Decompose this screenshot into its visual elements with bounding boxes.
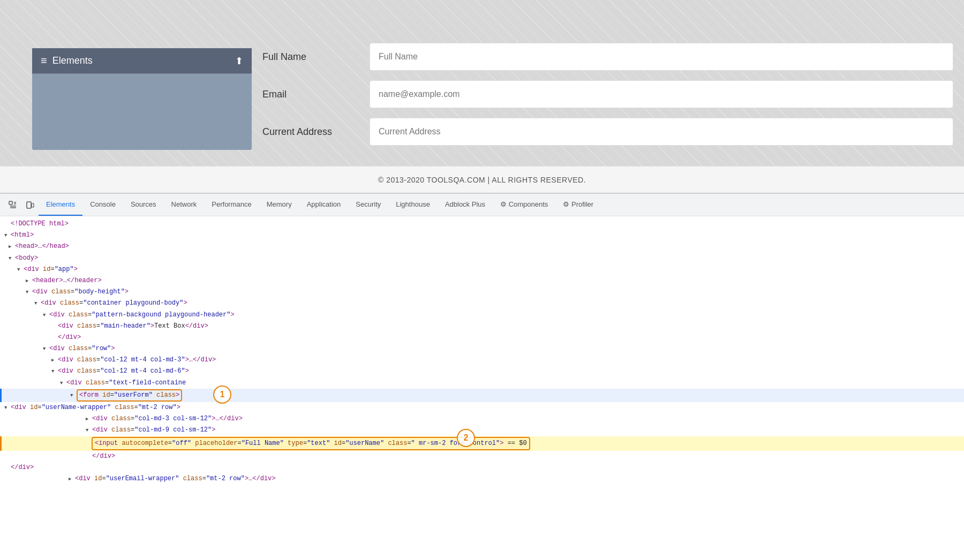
tab-performance[interactable]: Performance	[204, 194, 259, 216]
code-line-div-col-md3: <div class="col-md-3 col-sm-12">…</div>	[0, 413, 964, 425]
tab-profiler-label: ⚙ Profiler	[563, 200, 593, 208]
inspect-icon[interactable]	[4, 194, 21, 216]
tab-memory[interactable]: Memory	[259, 194, 299, 216]
code-line-html: <html>	[0, 230, 964, 241]
callout-2-badge: 2	[457, 429, 475, 447]
website-preview: ≡ Elements ⬆ Full Name Email Current Add…	[0, 0, 964, 193]
code-line-div-col1: <div class="col-12 mt-4 col-md-3">…</div…	[0, 354, 964, 366]
devtools-toolbar: Elements Console Sources Network Perform…	[0, 194, 964, 216]
tab-network[interactable]: Network	[164, 194, 205, 216]
device-icon[interactable]	[21, 194, 39, 216]
elements-panel-title: Elements	[52, 55, 93, 66]
address-label: Current Address	[262, 126, 370, 138]
tab-profiler[interactable]: ⚙ Profiler	[555, 194, 601, 216]
tab-sources-label: Sources	[131, 200, 156, 208]
copyright-text: © 2013-2020 TOOLSQA.COM | ALL RIGHTS RES…	[378, 176, 586, 184]
callout-1-badge: 1	[213, 385, 231, 404]
tab-security[interactable]: Security	[348, 194, 388, 216]
tab-network-label: Network	[171, 200, 197, 208]
code-line-div-body-height: <div class="body-height">	[0, 286, 964, 298]
form-fields: Full Name Email Current Address	[262, 43, 953, 155]
tab-elements[interactable]: Elements	[39, 194, 82, 216]
code-line-div-container: <div class="container playgound-body">	[0, 298, 964, 309]
code-line-doctype: ▶<!DOCTYPE html>	[0, 218, 964, 230]
form-row-email: Email	[262, 80, 953, 108]
code-line-div-username-wrapper: <div id="userName-wrapper" class="mt-2 r…	[0, 402, 964, 413]
tab-console[interactable]: Console	[82, 194, 123, 216]
hamburger-icon: ≡	[41, 55, 47, 67]
elements-panel-body	[32, 74, 252, 150]
email-label: Email	[262, 89, 370, 100]
form-row-address: Current Address	[262, 118, 953, 146]
svg-rect-0	[9, 201, 12, 205]
tab-elements-label: Elements	[46, 200, 75, 208]
fullname-label: Full Name	[262, 51, 370, 63]
fullname-input[interactable]	[370, 43, 953, 71]
code-line-div-row: <div class="row">	[0, 343, 964, 354]
devtools-panel: Elements Console Sources Network Perform…	[0, 193, 964, 560]
devtools-code-content: ▶<!DOCTYPE html> <html> <head>…</head> <…	[0, 216, 964, 560]
code-line-div-pattern: <div class="pattern-backgound playgound-…	[0, 309, 964, 321]
code-line-div-close-row: </div>	[0, 462, 964, 473]
svg-rect-1	[27, 202, 31, 208]
form-row-fullname: Full Name	[262, 43, 953, 71]
tab-memory-label: Memory	[267, 200, 292, 208]
code-line-form: <form id="userForm" class> 1	[0, 389, 964, 402]
code-line-div-user-email: <div id="userEmail-wrapper" class="mt-2 …	[0, 473, 964, 485]
code-line-div-col2: <div class="col-12 mt-4 col-md-6">	[0, 366, 964, 377]
code-line-div-main-header: <div class="main-header">Text Box</div>	[0, 321, 964, 332]
code-line-input: 2 <input autocomplete="off" placeholder=…	[0, 436, 964, 451]
address-input[interactable]	[370, 118, 953, 146]
code-line-div-app: <div id="app">	[0, 264, 964, 275]
tab-console-label: Console	[90, 200, 116, 208]
tab-adblock-label: Adblock Plus	[445, 200, 485, 208]
elements-panel-header: ≡ Elements ⬆	[32, 48, 252, 74]
tab-adblock[interactable]: Adblock Plus	[438, 194, 493, 216]
elements-panel-card: ≡ Elements ⬆	[32, 48, 252, 150]
copyright-bar: © 2013-2020 TOOLSQA.COM | ALL RIGHTS RES…	[0, 166, 964, 193]
tab-application[interactable]: Application	[299, 194, 349, 216]
code-line-div-textfield: <div class="text-field-containe	[0, 377, 964, 389]
pattern-background: ≡ Elements ⬆ Full Name Email Current Add…	[0, 0, 964, 166]
tab-security-label: Security	[356, 200, 381, 208]
tab-components[interactable]: ⚙ Components	[493, 194, 555, 216]
tab-components-label: ⚙ Components	[500, 200, 548, 208]
tab-application-label: Application	[307, 200, 341, 208]
code-line-div-col-md9: <div class="col-md-9 col-sm-12">	[0, 425, 964, 436]
code-line-header: <header>…</header>	[0, 275, 964, 286]
tab-lighthouse-label: Lighthouse	[396, 200, 430, 208]
email-input[interactable]	[370, 80, 953, 108]
upload-icon: ⬆	[235, 55, 243, 67]
code-line-body: <body>	[0, 253, 964, 264]
svg-rect-2	[32, 203, 34, 207]
tab-sources[interactable]: Sources	[123, 194, 164, 216]
code-line-head: <head>…</head>	[0, 241, 964, 252]
tab-lighthouse[interactable]: Lighthouse	[388, 194, 438, 216]
code-line-div-close-inner: </div>	[0, 451, 964, 462]
code-line-div-close1: </div>	[0, 332, 964, 343]
tab-performance-label: Performance	[212, 200, 251, 208]
